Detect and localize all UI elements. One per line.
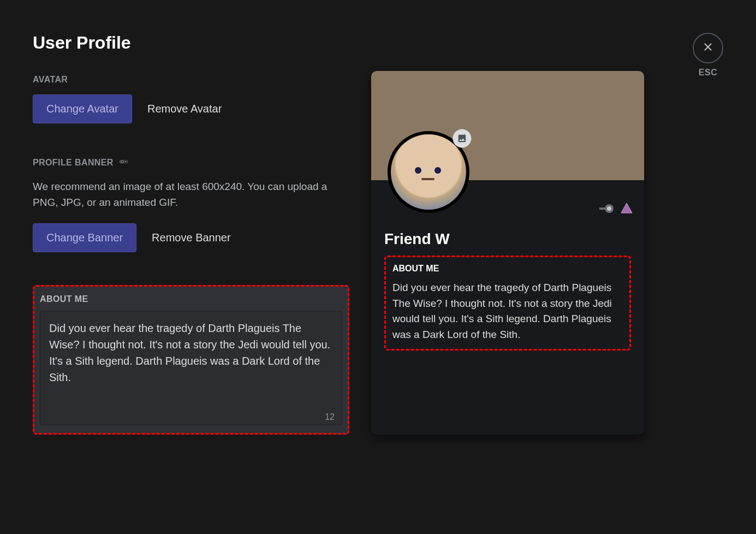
- change-banner-button[interactable]: Change Banner: [33, 223, 136, 252]
- profile-preview-card: Friend W ABOUT ME Did you ever hear the …: [371, 71, 644, 435]
- svg-point-1: [125, 161, 127, 163]
- about-me-textarea[interactable]: [40, 311, 342, 425]
- preview-about-text: Did you ever hear the tragedy of Darth P…: [392, 280, 623, 342]
- page-title: User Profile: [33, 33, 349, 53]
- remove-banner-button[interactable]: Remove Banner: [152, 232, 231, 244]
- about-me-preview-highlight: ABOUT ME Did you ever hear the tragedy o…: [384, 256, 631, 351]
- profile-banner[interactable]: [371, 71, 644, 180]
- close-icon: [702, 41, 714, 55]
- svg-marker-5: [621, 203, 632, 213]
- about-me-editor-highlight: ABOUT ME 12: [33, 285, 349, 435]
- edit-avatar-icon[interactable]: [453, 129, 471, 148]
- about-me-char-count: 12: [325, 412, 335, 422]
- hypesquad-badge-icon: [620, 202, 633, 217]
- avatar-section-label: AVATAR: [33, 75, 349, 85]
- close-button[interactable]: [693, 33, 723, 63]
- nitro-badge-icon: [118, 156, 129, 169]
- svg-rect-2: [599, 207, 605, 210]
- nitro-badge-icon: [599, 203, 615, 216]
- close-label: ESC: [699, 68, 717, 78]
- banner-section-label: PROFILE BANNER: [33, 156, 349, 169]
- preview-about-label: ABOUT ME: [392, 264, 623, 274]
- banner-help-text: We recommend an image of at least 600x24…: [33, 179, 349, 210]
- change-avatar-button[interactable]: Change Avatar: [33, 94, 132, 123]
- svg-point-4: [607, 206, 611, 211]
- remove-avatar-button[interactable]: Remove Avatar: [147, 103, 222, 115]
- profile-username: Friend W: [384, 230, 631, 248]
- about-me-label: ABOUT ME: [40, 294, 342, 304]
